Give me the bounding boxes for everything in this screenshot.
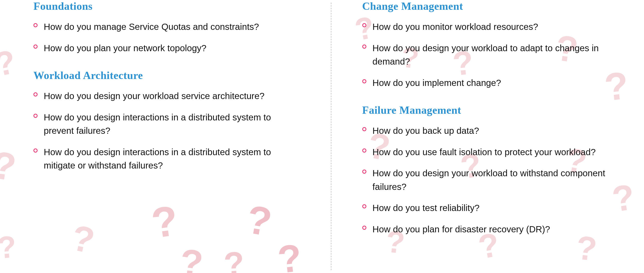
content-container: Foundations How do you manage Service Qu… xyxy=(0,0,644,273)
section-title: Change Management xyxy=(362,0,629,12)
bullet-icon xyxy=(33,148,38,153)
bullet-icon xyxy=(33,23,38,27)
bullet-icon xyxy=(362,204,366,208)
bullet-icon xyxy=(362,79,366,83)
list-item: How do you design your workload service … xyxy=(33,89,300,103)
section-title: Failure Management xyxy=(362,104,629,116)
bullet-icon xyxy=(33,114,38,118)
section-title: Foundations xyxy=(33,0,300,12)
item-list: How do you manage Service Quotas and con… xyxy=(33,20,300,55)
item-text: How do you use fault isolation to protec… xyxy=(373,145,596,159)
list-item: How do you back up data? xyxy=(362,124,629,138)
bullet-icon xyxy=(362,127,366,131)
item-text: How do you plan for disaster recovery (D… xyxy=(373,223,550,236)
list-item: How do you design your workload to adapt… xyxy=(362,41,629,68)
bullet-icon xyxy=(362,23,366,27)
list-item: How do you design interactions in a dist… xyxy=(33,111,300,138)
bullet-icon xyxy=(362,148,366,153)
bullet-icon xyxy=(33,45,38,49)
section-failure-management: Failure Management How do you back up da… xyxy=(362,104,629,236)
item-list: How do you back up data? How do you use … xyxy=(362,124,629,236)
item-list: How do you design your workload service … xyxy=(33,89,300,172)
item-text: How do you monitor workload resources? xyxy=(373,20,538,34)
section-workload-architecture: Workload Architecture How do you design … xyxy=(33,69,300,172)
item-text: How do you test reliability? xyxy=(373,201,480,215)
section-change-management: Change Management How do you monitor wor… xyxy=(362,0,629,90)
item-list: How do you monitor workload resources? H… xyxy=(362,20,629,90)
left-column: Foundations How do you manage Service Qu… xyxy=(33,0,331,273)
list-item: How do you monitor workload resources? xyxy=(362,20,629,34)
bullet-icon xyxy=(362,45,366,49)
list-item: How do you design your workload to withs… xyxy=(362,166,629,193)
item-text: How do you design interactions in a dist… xyxy=(44,111,300,138)
item-text: How do you back up data? xyxy=(373,124,479,138)
item-text: How do you design your workload to adapt… xyxy=(373,41,629,68)
section-title: Workload Architecture xyxy=(33,69,300,82)
list-item: How do you implement change? xyxy=(362,76,629,90)
list-item: How do you use fault isolation to protec… xyxy=(362,145,629,159)
list-item: How do you plan your network topology? xyxy=(33,41,300,55)
item-text: How do you design your workload service … xyxy=(44,89,264,103)
bullet-icon xyxy=(33,92,38,96)
item-text: How do you implement change? xyxy=(373,76,501,90)
list-item: How do you design interactions in a dist… xyxy=(33,145,300,172)
list-item: How do you plan for disaster recovery (D… xyxy=(362,223,629,236)
bullet-icon xyxy=(362,170,366,174)
list-item: How do you manage Service Quotas and con… xyxy=(33,20,300,34)
item-text: How do you design interactions in a dist… xyxy=(44,145,300,172)
item-text: How do you plan your network topology? xyxy=(44,41,206,55)
section-foundations: Foundations How do you manage Service Qu… xyxy=(33,0,300,55)
list-item: How do you test reliability? xyxy=(362,201,629,215)
bullet-icon xyxy=(362,226,366,230)
right-column: Change Management How do you monitor wor… xyxy=(331,0,629,273)
item-text: How do you manage Service Quotas and con… xyxy=(44,20,259,34)
item-text: How do you design your workload to withs… xyxy=(373,166,629,193)
